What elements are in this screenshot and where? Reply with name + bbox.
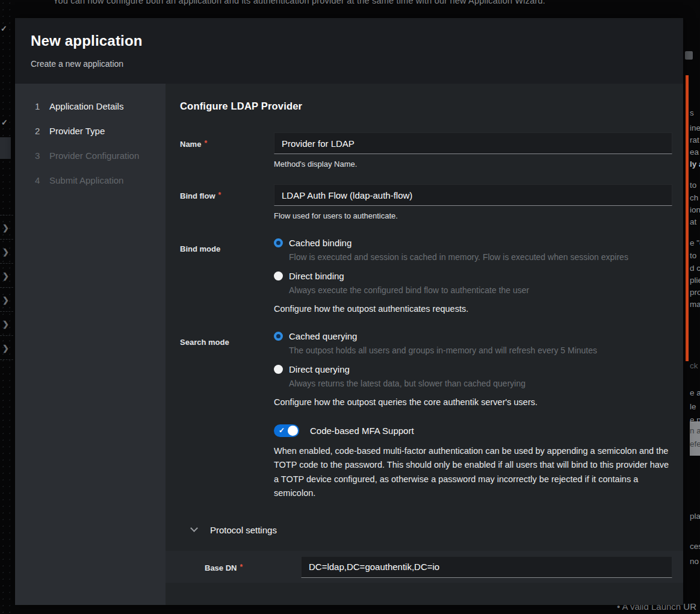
clipped-background-text: efe: [690, 439, 700, 448]
radio-description: Flow is executed and session is cached i…: [289, 252, 672, 262]
clipped-background-text: ces: [690, 542, 700, 551]
base-dn-input[interactable]: [301, 556, 672, 578]
step-label: Application Details: [49, 101, 123, 111]
divider: [0, 215, 13, 216]
radio-label: Direct binding: [289, 271, 344, 281]
chevron-right-icon: ❯: [2, 296, 9, 305]
modal-header: New application Create a new application: [15, 18, 683, 84]
background-scroll-button: [685, 51, 693, 60]
divider: [0, 287, 13, 288]
bind-flow-select[interactable]: [274, 184, 672, 206]
radio-label: Direct querying: [289, 364, 350, 374]
clipped-background-text: le: [690, 402, 696, 411]
step-label: Provider Type: [49, 126, 105, 136]
clipped-background-text: ea: [690, 147, 699, 157]
clipped-background-text: e a: [690, 388, 700, 397]
step-label: Provider Configuration: [49, 150, 139, 161]
radio-cached-querying[interactable]: Cached querying: [274, 331, 672, 341]
radio-description: Always execute the configured bind flow …: [289, 285, 672, 295]
mfa-toggle-label: Code-based MFA Support: [310, 426, 414, 436]
bind-mode-help: Configure how the outpost authenticates …: [274, 304, 672, 314]
step-number: 2: [35, 126, 49, 136]
divider: [0, 263, 13, 264]
clipped-background-text: n a: [690, 426, 700, 435]
required-asterisk: *: [204, 139, 207, 147]
base-dn-row: Base DN*: [166, 551, 683, 583]
modal-subtitle: Create a new application: [31, 59, 667, 69]
radio-checked-icon: [274, 332, 283, 341]
clipped-background-text: s: [690, 108, 694, 117]
page-title: Configure LDAP Provider: [180, 101, 672, 112]
chevron-right-icon: ❯: [2, 271, 9, 281]
bind-mode-label: Bind mode: [180, 238, 274, 314]
divider: [0, 335, 13, 336]
name-label: Name*: [180, 132, 274, 169]
clipped-background-text: ch: [690, 193, 698, 202]
modal-title: New application: [31, 33, 667, 49]
chevron-right-icon: ❯: [2, 247, 9, 256]
step-number: 1: [35, 101, 49, 111]
bind-flow-label: Bind flow*: [180, 184, 274, 220]
chevron-right-icon: ❯: [2, 223, 9, 232]
wizard-step-content: Configure LDAP Provider Name* Method's d…: [166, 84, 683, 605]
radio-label: Cached binding: [289, 238, 352, 248]
step-number: 3: [35, 150, 49, 161]
mfa-help: When enabled, code-based multi-factor au…: [274, 444, 672, 501]
clipped-background-text: ma: [690, 300, 700, 309]
divider: [0, 359, 13, 360]
clipped-background-text: ck: [690, 361, 698, 370]
clipped-background-text: to: [690, 181, 696, 190]
clipped-background-text: rat: [690, 135, 699, 144]
clipped-background-text: to: [690, 251, 696, 260]
radio-description: Always returns the latest data, but slow…: [289, 379, 672, 388]
bind-flow-help: Flow used for users to authenticate.: [274, 211, 672, 220]
divider: [0, 311, 13, 312]
radio-direct-querying[interactable]: Direct querying: [274, 364, 672, 374]
name-input[interactable]: [274, 132, 672, 154]
chevron-right-icon: ❯: [2, 320, 9, 329]
toggle-knob: [288, 426, 298, 436]
clipped-background-text: ly a: [690, 160, 700, 169]
step-provider-type[interactable]: 2 Provider Type: [15, 119, 166, 143]
radio-direct-binding[interactable]: Direct binding: [274, 271, 672, 281]
clipped-background-text: ion: [690, 205, 700, 214]
mfa-label-spacer: [180, 424, 274, 501]
required-asterisk: *: [240, 563, 243, 571]
background-page-left-edge: [0, 0, 15, 614]
search-mode-label: Search mode: [180, 331, 274, 407]
name-help: Method's display Name.: [274, 160, 672, 169]
protocol-settings-label: Protocol settings: [210, 525, 277, 535]
chevron-right-icon: ❯: [2, 344, 9, 353]
search-mode-help: Configure how the outpost queries the co…: [274, 397, 672, 407]
base-dn-label: Base DN*: [180, 556, 301, 578]
check-icon: ✓: [1, 118, 8, 127]
radio-checked-icon: [274, 238, 283, 247]
radio-cached-binding[interactable]: Cached binding: [274, 238, 672, 248]
check-icon: ✓: [1, 24, 7, 33]
chevron-down-icon: [190, 525, 198, 533]
new-application-modal: New application Create a new application…: [15, 18, 683, 605]
step-number: 4: [35, 175, 49, 185]
clipped-background-text: pro: [690, 288, 700, 297]
background-orange-scrollbar: [686, 75, 689, 361]
clipped-background-text: no: [690, 557, 699, 566]
clipped-background-text: plie: [690, 276, 700, 285]
radio-label: Cached querying: [289, 331, 357, 341]
step-application-details[interactable]: 1 Application Details: [15, 94, 166, 119]
radio-unchecked-icon: [274, 365, 283, 374]
radio-unchecked-icon: [274, 271, 283, 281]
clipped-background-text: ine: [690, 123, 700, 132]
clipped-background-text: e "c: [690, 238, 700, 247]
divider: [0, 239, 13, 240]
background-banner-text: You can now configure both an applicatio…: [53, 0, 545, 5]
protocol-settings-expander[interactable]: Protocol settings: [191, 525, 672, 535]
clipped-background-text: d c: [690, 264, 700, 273]
mfa-toggle[interactable]: [274, 424, 299, 437]
background-nav-highlight: [0, 137, 11, 159]
step-submit-application: 4 Submit Application: [15, 168, 166, 193]
clipped-background-text: at: [690, 217, 696, 226]
required-asterisk: *: [218, 191, 221, 199]
step-label: Submit Application: [49, 175, 123, 185]
clipped-background-text: e n: [690, 415, 700, 424]
clipped-background-text: pla: [690, 512, 700, 521]
